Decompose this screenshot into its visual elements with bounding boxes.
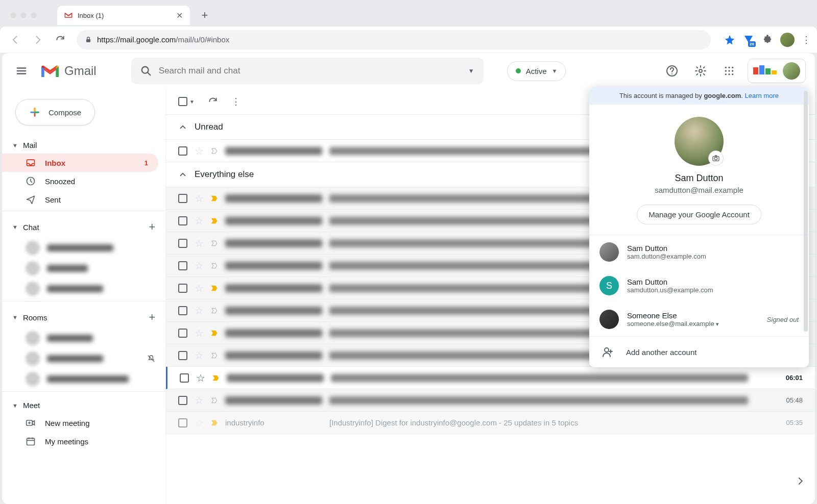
address-bar[interactable]: https://mail.google.com/mail/u/0/#inbox <box>77 30 711 49</box>
add-account-button[interactable]: Add another account <box>589 336 809 367</box>
status-chip[interactable]: Active ▼ <box>507 61 566 81</box>
side-panel-toggle[interactable] <box>792 473 808 489</box>
importance-marker-icon[interactable] <box>211 330 218 337</box>
row-checkbox[interactable] <box>178 261 187 270</box>
manage-account-button[interactable]: Manage your Google Account <box>637 205 761 224</box>
support-icon[interactable] <box>662 61 682 81</box>
chat-contact[interactable] <box>2 279 165 299</box>
importance-marker-icon[interactable] <box>211 147 218 155</box>
row-checkbox[interactable] <box>178 284 187 293</box>
importance-marker-icon[interactable] <box>211 419 218 426</box>
new-tab-button[interactable]: + <box>197 8 212 23</box>
more-actions-icon[interactable]: ⋮ <box>231 96 241 107</box>
row-checkbox[interactable] <box>180 373 189 383</box>
window-controls[interactable] <box>10 12 37 18</box>
star-icon[interactable]: ☆ <box>195 305 204 317</box>
forward-button[interactable] <box>29 31 47 49</box>
row-checkbox[interactable] <box>178 418 187 427</box>
nav-my-meetings[interactable]: My meetings <box>2 432 158 450</box>
importance-marker-icon[interactable] <box>212 374 220 382</box>
star-icon[interactable]: ☆ <box>195 417 204 429</box>
star-icon[interactable]: ☆ <box>195 215 204 227</box>
star-icon[interactable]: ☆ <box>195 349 204 362</box>
search-box[interactable]: ▼ <box>131 58 484 84</box>
star-icon[interactable]: ☆ <box>195 145 204 157</box>
rooms-section-header[interactable]: ▼Rooms+ <box>2 307 165 328</box>
star-icon[interactable]: ☆ <box>195 237 204 249</box>
minimize-window[interactable] <box>20 12 27 18</box>
refresh-button[interactable] <box>208 96 218 107</box>
add-room-icon[interactable]: + <box>149 311 155 324</box>
compose-button[interactable]: Compose <box>15 99 95 125</box>
row-checkbox[interactable] <box>178 396 187 405</box>
maximize-window[interactable] <box>31 12 37 18</box>
nav-inbox[interactable]: Inbox1 <box>2 154 158 172</box>
extension-icon[interactable]: 28 <box>742 34 755 46</box>
main-menu-icon[interactable] <box>11 61 32 81</box>
search-input[interactable] <box>159 66 461 76</box>
select-all[interactable]: ▼ <box>178 97 195 106</box>
star-icon[interactable]: ☆ <box>196 372 205 384</box>
popup-scrollbar[interactable] <box>804 91 808 332</box>
mute-icon <box>147 355 155 363</box>
importance-marker-icon[interactable] <box>211 397 218 404</box>
star-icon[interactable]: ☆ <box>195 260 204 272</box>
importance-marker-icon[interactable] <box>211 195 218 202</box>
change-photo-button[interactable] <box>708 150 724 166</box>
tab-close-icon[interactable]: ✕ <box>176 12 183 19</box>
settings-icon[interactable] <box>690 61 711 81</box>
account-row[interactable]: SSam Duttonsamdutton.us@example.com <box>589 269 809 303</box>
chat-contact[interactable] <box>2 258 165 279</box>
nav-sent[interactable]: Sent <box>2 190 158 209</box>
meet-section-header[interactable]: ▼Meet <box>2 397 165 414</box>
search-options-icon[interactable]: ▼ <box>468 67 474 74</box>
star-icon[interactable]: ☆ <box>195 394 204 407</box>
importance-marker-icon[interactable] <box>211 352 218 359</box>
apps-grid-icon[interactable] <box>719 61 739 81</box>
account-row[interactable]: Sam Duttonsam.dutton@example.com <box>589 235 809 269</box>
browser-menu-icon[interactable]: ⋮ <box>802 34 811 45</box>
row-checkbox[interactable] <box>178 216 187 225</box>
nav-new-meeting[interactable]: New meeting <box>2 414 158 432</box>
chat-section-header[interactable]: ▼Chat+ <box>2 216 165 238</box>
row-checkbox[interactable] <box>178 351 187 360</box>
nav-snoozed[interactable]: Snoozed <box>2 172 158 190</box>
extensions-menu-icon[interactable] <box>762 34 773 45</box>
sidebar-meet-section: ▼Meet New meeting My meetings <box>2 391 165 452</box>
room-item[interactable] <box>2 348 165 369</box>
room-item[interactable] <box>2 369 165 389</box>
importance-marker-icon[interactable] <box>211 307 218 314</box>
importance-marker-icon[interactable] <box>211 240 218 247</box>
row-checkbox[interactable] <box>178 194 187 203</box>
star-icon[interactable]: ☆ <box>195 282 204 294</box>
browser-profile-avatar[interactable] <box>780 33 795 47</box>
email-row[interactable]: ☆06:01 <box>166 367 815 389</box>
url-text: https://mail.google.com/mail/u/0/#inbox <box>97 35 229 44</box>
room-item[interactable] <box>2 328 165 348</box>
star-icon[interactable]: ☆ <box>195 192 204 205</box>
account-switcher[interactable] <box>748 59 806 83</box>
close-window[interactable] <box>10 12 16 18</box>
email-row[interactable]: ☆05:48 <box>166 389 815 412</box>
row-checkbox[interactable] <box>178 239 187 248</box>
account-row[interactable]: Someone Elsesomeone.else@mail.example ▾S… <box>589 303 809 336</box>
reload-button[interactable] <box>51 31 69 49</box>
gmail-logo[interactable]: Gmail <box>40 63 97 79</box>
row-checkbox[interactable] <box>178 329 187 338</box>
add-chat-icon[interactable]: + <box>149 220 155 234</box>
importance-marker-icon[interactable] <box>211 262 218 269</box>
importance-marker-icon[interactable] <box>211 217 218 224</box>
row-checkbox[interactable] <box>178 146 187 156</box>
row-checkbox[interactable] <box>178 306 187 315</box>
svg-rect-0 <box>86 39 90 42</box>
learn-more-link[interactable]: Learn more <box>745 92 779 99</box>
importance-marker-icon[interactable] <box>211 285 218 292</box>
account-email: samdutton.us@example.com <box>627 286 799 294</box>
star-icon[interactable]: ☆ <box>195 327 204 339</box>
mail-section-header[interactable]: ▼Mail <box>2 137 165 154</box>
bookmark-star-icon[interactable] <box>724 34 735 45</box>
back-button[interactable] <box>6 31 25 49</box>
browser-tab[interactable]: Inbox (1) ✕ <box>57 6 190 25</box>
email-row[interactable]: ☆industryinfo[Industryinfo] Digest for i… <box>166 412 815 434</box>
chat-contact[interactable] <box>2 238 165 258</box>
